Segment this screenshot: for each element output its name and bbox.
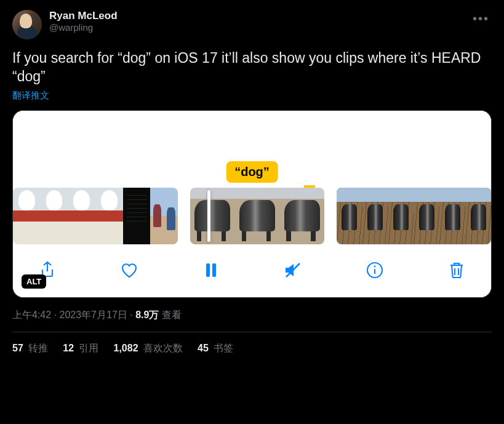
media-card[interactable]: “dog” [12,110,492,298]
thumbnail-frame [190,188,235,244]
thumbnail-frame [465,188,491,244]
svg-rect-1 [212,263,216,277]
likes-stat[interactable]: 1,082 喜欢次数 [114,342,183,355]
thumbnail-frame [337,188,362,244]
views-count: 8.9万 [135,310,159,320]
mute-icon[interactable] [282,259,304,281]
quotes-count: 12 [63,343,74,353]
separator: · [127,310,135,320]
thumbnail-frame [388,188,414,244]
likes-count: 1,082 [114,343,138,353]
quotes-label: 引用 [76,343,98,353]
tweet-meta: 上午4:42 · 2023年7月17日 · 8.9万 查看 [12,298,492,332]
tweet-stats: 57 转推 12 引用 1,082 喜欢次数 45 书签 [12,332,492,365]
retweets-count: 57 [12,343,23,353]
tweet-date[interactable]: 2023年7月17日 [59,310,127,320]
thumbnail-frame [362,188,388,244]
likes-label: 喜欢次数 [141,343,183,353]
alt-badge[interactable]: ALT [22,274,46,289]
thumbnail-frame [123,188,151,244]
clip-group-1[interactable] [13,188,178,244]
bookmarks-stat[interactable]: 45 书签 [198,342,233,355]
bookmarks-label: 书签 [211,343,233,353]
playhead[interactable] [207,190,210,242]
media-controls [13,244,491,297]
thumbnail-frame [95,188,123,244]
tweet-header: Ryan McLeod @warpling ••• [12,10,492,39]
tweet-text: If you search for “dog” on iOS 17 it’ll … [12,49,492,86]
video-timeline[interactable] [13,188,491,244]
retweets-stat[interactable]: 57 转推 [12,342,48,355]
thumbnail-frame [68,188,95,244]
user-handle[interactable]: @warpling [49,22,463,33]
user-block: Ryan McLeod @warpling [49,10,463,33]
translate-link[interactable]: 翻译推文 [12,90,49,102]
pause-icon[interactable] [200,259,222,281]
display-name[interactable]: Ryan McLeod [49,10,463,22]
info-icon[interactable] [364,259,386,281]
quotes-stat[interactable]: 12 引用 [63,342,98,355]
svg-rect-0 [206,263,210,277]
media-upper: “dog” [13,111,491,188]
thumbnail-frame [41,188,68,244]
thumbnail-frame [150,188,178,244]
clip-group-3[interactable] [337,188,491,244]
clip-group-2[interactable] [190,188,324,244]
heart-icon[interactable] [118,259,140,281]
separator: · [51,310,59,320]
caption-bubble: “dog” [226,161,278,183]
tweet-container: Ryan McLeod @warpling ••• If you search … [0,0,504,365]
bookmarks-count: 45 [198,343,209,353]
views-label: 查看 [159,310,181,320]
thumbnail-frame [235,188,280,244]
avatar[interactable] [12,10,42,39]
svg-point-4 [374,265,376,267]
thumbnail-frame [439,188,465,244]
trash-icon[interactable] [446,259,468,281]
more-icon[interactable]: ••• [470,10,492,27]
thumbnail-frame [279,188,324,244]
retweets-label: 转推 [26,343,48,353]
thumbnail-frame [414,188,439,244]
thumbnail-frame [13,188,41,244]
tweet-time[interactable]: 上午4:42 [12,310,51,320]
